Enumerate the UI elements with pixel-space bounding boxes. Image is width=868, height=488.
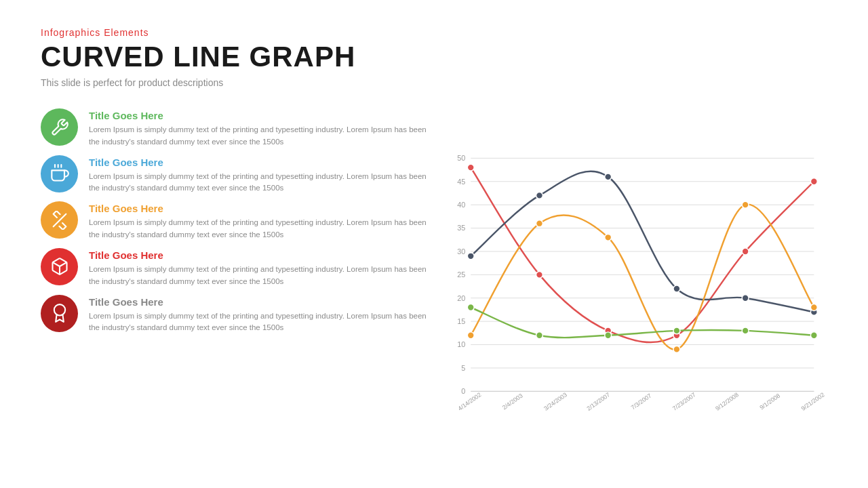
svg-text:20: 20	[457, 294, 465, 302]
icon-circle-1	[41, 108, 78, 146]
svg-point-57	[605, 332, 612, 339]
item-text-1: Title Goes Here Lorem Ipsum is simply du…	[89, 108, 427, 148]
svg-text:9/12/2008: 9/12/2008	[714, 391, 740, 412]
item-body-5: Lorem Ipsum is simply dummy text of the …	[89, 310, 427, 335]
svg-text:30: 30	[457, 247, 465, 256]
subtitle: This slide is perfect for product descri…	[41, 77, 827, 88]
svg-point-51	[605, 234, 612, 241]
svg-text:7/23/2007: 7/23/2007	[671, 391, 697, 412]
svg-text:10: 10	[457, 340, 465, 348]
svg-text:2/4/2003: 2/4/2003	[501, 392, 524, 411]
icon-circle-2	[41, 155, 78, 192]
svg-point-55	[467, 304, 474, 311]
svg-text:7/3/2007: 7/3/2007	[630, 392, 653, 411]
svg-point-52	[673, 346, 680, 353]
svg-point-54	[810, 304, 817, 311]
list-item-3: Title Goes Here Lorem Ipsum is simply du…	[41, 201, 427, 241]
svg-text:45: 45	[457, 178, 465, 186]
item-text-4: Title Goes Here Lorem Ipsum is simply du…	[89, 248, 427, 288]
svg-point-58	[673, 327, 680, 334]
list-item-4: Title Goes Here Lorem Ipsum is simply du…	[41, 248, 427, 288]
svg-point-47	[742, 295, 749, 302]
left-panel: Title Goes Here Lorem Ipsum is simply du…	[41, 108, 427, 468]
svg-point-5	[54, 304, 64, 315]
item-title-5: Title Goes Here	[89, 296, 427, 308]
item-title-3: Title Goes Here	[89, 203, 427, 214]
svg-point-43	[467, 253, 474, 260]
content: Title Goes Here Lorem Ipsum is simply du…	[41, 108, 827, 468]
list-item-2: Title Goes Here Lorem Ipsum is simply du…	[41, 155, 427, 195]
item-title-1: Title Goes Here	[89, 110, 427, 121]
svg-point-49	[467, 332, 474, 339]
svg-text:15: 15	[457, 317, 465, 325]
icon-circle-4	[41, 248, 78, 285]
svg-text:35: 35	[457, 224, 465, 232]
svg-text:2/13/2007: 2/13/2007	[585, 391, 611, 412]
svg-text:9/1/2008: 9/1/2008	[758, 392, 781, 411]
svg-point-60	[810, 332, 817, 339]
item-body-4: Lorem Ipsum is simply dummy text of the …	[89, 264, 427, 288]
svg-text:3/24/2003: 3/24/2003	[542, 391, 568, 412]
svg-text:25: 25	[457, 270, 465, 279]
svg-point-50	[536, 220, 543, 227]
item-body-2: Lorem Ipsum is simply dummy text of the …	[89, 171, 427, 195]
svg-point-53	[742, 201, 749, 208]
main-title: CURVED LINE GRAPH	[41, 41, 827, 73]
svg-text:4/14/2002: 4/14/2002	[457, 391, 483, 412]
svg-point-38	[536, 271, 543, 278]
chart-container: 051015202530354045504/14/20022/4/20033/2…	[441, 108, 827, 468]
list-item-5: Title Goes Here Lorem Ipsum is simply du…	[41, 295, 427, 335]
item-text-3: Title Goes Here Lorem Ipsum is simply du…	[89, 201, 427, 241]
svg-text:5: 5	[461, 364, 465, 372]
right-panel: 051015202530354045504/14/20022/4/20033/2…	[441, 108, 827, 468]
svg-point-37	[467, 164, 474, 171]
svg-point-44	[536, 192, 543, 199]
slide: Infographics Elements CURVED LINE GRAPH …	[0, 0, 868, 488]
list-item-1: Title Goes Here Lorem Ipsum is simply du…	[41, 108, 427, 148]
svg-point-56	[536, 332, 543, 339]
item-text-2: Title Goes Here Lorem Ipsum is simply du…	[89, 155, 427, 195]
item-body-3: Lorem Ipsum is simply dummy text of the …	[89, 217, 427, 241]
infographics-label: Infographics Elements	[41, 27, 827, 38]
svg-point-41	[742, 248, 749, 255]
item-title-4: Title Goes Here	[89, 249, 427, 261]
item-text-5: Title Goes Here Lorem Ipsum is simply du…	[89, 295, 427, 335]
svg-point-59	[742, 327, 749, 334]
header: Infographics Elements CURVED LINE GRAPH …	[41, 27, 827, 95]
svg-point-46	[673, 285, 680, 292]
svg-text:0: 0	[461, 387, 465, 395]
svg-text:50: 50	[457, 154, 465, 162]
icon-circle-5	[41, 295, 78, 332]
svg-text:9/21/2002: 9/21/2002	[800, 391, 826, 412]
svg-point-42	[810, 178, 817, 185]
item-title-2: Title Goes Here	[89, 157, 427, 168]
item-body-1: Lorem Ipsum is simply dummy text of the …	[89, 124, 427, 148]
svg-text:40: 40	[457, 201, 465, 209]
icon-circle-3	[41, 201, 78, 239]
svg-point-45	[605, 174, 612, 180]
